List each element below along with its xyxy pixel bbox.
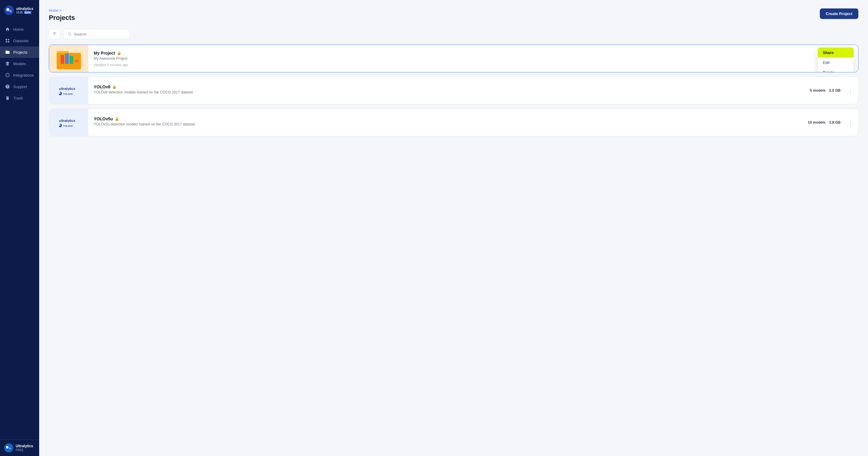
more-button-yolov8[interactable]: ⋮ — [847, 87, 855, 96]
breadcrumb-separator: > — [59, 8, 61, 13]
project-card-yolov5u[interactable]: ultralytics YOLOv5 YOLOv5u 🔒 YOLOv5u det… — [49, 109, 858, 136]
sidebar-item-datasets-label: Datasets — [13, 38, 29, 43]
search-input[interactable] — [74, 32, 125, 36]
breadcrumb-home[interactable]: Home — [49, 8, 58, 13]
card-desc-my-project: My Awesome Project — [94, 56, 820, 61]
svg-point-1 — [6, 8, 9, 11]
sidebar-item-datasets[interactable]: Datasets — [0, 35, 39, 47]
yolov8-logo: ultralytics YOLOv8 — [59, 84, 79, 96]
dropdown-delete[interactable]: Delete — [818, 67, 854, 73]
svg-point-2 — [9, 10, 12, 12]
card-title-yolov8: YOLOv8 🔒 — [94, 84, 804, 89]
trash-icon — [5, 95, 10, 101]
svg-rect-22 — [72, 60, 77, 61]
sidebar-item-integrations-label: Integrations — [13, 73, 34, 78]
svg-point-32 — [60, 125, 61, 127]
models-icon — [5, 61, 10, 66]
svg-rect-20 — [70, 56, 73, 64]
logo-sub: HUB — [16, 11, 23, 14]
svg-rect-18 — [61, 55, 64, 64]
models-count-yolov8: 5 models — [810, 88, 826, 93]
svg-text:ultralytics: ultralytics — [59, 119, 75, 122]
avatar — [4, 443, 13, 452]
logo: ultralytics HUB BETA — [0, 0, 39, 21]
folder-icon — [56, 47, 82, 70]
sidebar: ultralytics HUB BETA Home Datasets — [0, 0, 39, 456]
logo-text: ultralytics — [16, 7, 33, 11]
filter-button[interactable] — [49, 29, 60, 39]
project-card-yolov8[interactable]: ultralytics YOLOv8 YOLOv8 🔒 YOLOv8 detec… — [49, 77, 858, 104]
project-thumbnail-yolov5u: ultralytics YOLOv5 — [49, 109, 88, 136]
sidebar-item-home[interactable]: Home — [0, 24, 39, 35]
home-icon — [5, 27, 10, 32]
integrations-icon — [5, 73, 10, 78]
sidebar-item-home-label: Home — [13, 27, 24, 32]
sidebar-item-support[interactable]: Support — [0, 81, 39, 92]
share-arrow — [818, 49, 818, 56]
user-plan: FREE — [16, 449, 33, 452]
card-content-my-project: My Project 🔒 My Awesome Project Updated … — [88, 46, 826, 72]
search-bar — [63, 29, 129, 39]
dropdown-share-label: Share — [823, 50, 834, 55]
create-project-button[interactable]: Create Project — [820, 8, 858, 19]
card-meta-yolov8: 5 models 2.0 GB — [810, 88, 843, 93]
user-info[interactable]: Ultralytics FREE — [4, 443, 35, 452]
svg-rect-19 — [65, 53, 69, 64]
svg-point-9 — [9, 448, 11, 449]
card-desc-yolov8: YOLOv8 detection models trained on the C… — [94, 90, 804, 94]
sidebar-item-integrations[interactable]: Integrations — [0, 69, 39, 81]
dropdown-edit[interactable]: Edit — [818, 58, 854, 67]
svg-point-31 — [59, 124, 61, 126]
dropdown-share[interactable]: Share — [818, 48, 854, 58]
svg-rect-5 — [6, 41, 7, 42]
svg-point-13 — [68, 33, 71, 35]
sidebar-item-models-label: Models — [13, 61, 26, 66]
svg-text:YOLOv5: YOLOv5 — [63, 124, 72, 127]
dropdown-delete-label: Delete — [823, 70, 834, 73]
lock-icon-yolov5u: 🔒 — [115, 117, 119, 121]
breadcrumb: Home > — [49, 8, 75, 13]
svg-point-27 — [60, 93, 61, 95]
sidebar-item-projects-label: Projects — [13, 50, 27, 55]
main-content: Home > Projects Create Project — [39, 0, 868, 456]
card-title-my-project: My Project 🔒 — [94, 51, 820, 56]
sidebar-item-trash[interactable]: Trash — [0, 92, 39, 104]
project-thumbnail-my-project — [49, 45, 88, 72]
sidebar-item-support-label: Support — [13, 84, 27, 89]
size-yolov5u: 3.8 GB — [829, 120, 841, 124]
page-header: Home > Projects Create Project — [49, 8, 858, 22]
card-content-yolov8: YOLOv8 🔒 YOLOv8 detection models trained… — [88, 80, 810, 102]
svg-rect-6 — [8, 41, 9, 42]
card-actions-yolov5u: ⋮ — [843, 116, 858, 129]
project-card-my-project[interactable]: My Project 🔒 My Awesome Project Updated … — [49, 45, 858, 73]
more-button-yolov5u[interactable]: ⋮ — [847, 119, 855, 129]
beta-badge: BETA — [24, 11, 32, 14]
card-desc-yolov5u: YOLOv5u detection models trained on the … — [94, 122, 802, 126]
svg-rect-3 — [6, 39, 7, 40]
user-name: Ultralytics — [16, 444, 33, 448]
svg-line-14 — [70, 35, 71, 35]
svg-point-26 — [59, 92, 61, 94]
project-thumbnail-yolov8: ultralytics YOLOv8 — [49, 77, 88, 104]
sidebar-bottom: Ultralytics FREE — [0, 439, 39, 456]
dropdown-edit-label: Edit — [823, 60, 830, 65]
ultralytics-logo-icon — [4, 5, 14, 15]
projects-icon — [5, 50, 10, 55]
page-title: Projects — [49, 14, 75, 22]
svg-point-7 — [4, 443, 13, 452]
svg-point-8 — [6, 446, 8, 449]
svg-marker-23 — [818, 51, 818, 55]
sidebar-item-projects[interactable]: Projects — [0, 47, 39, 58]
yolov5-logo: ultralytics YOLOv5 — [59, 116, 79, 129]
models-count-yolov5u: 10 models — [808, 120, 826, 124]
dropdown-menu-my-project: Share Edit Delete — [818, 47, 854, 73]
toolbar — [49, 29, 858, 39]
lock-icon-yolov8: 🔒 — [112, 85, 117, 89]
card-meta-yolov5u: 10 models 3.8 GB — [808, 120, 843, 124]
datasets-icon — [5, 38, 10, 44]
card-title-yolov5u: YOLOv5u 🔒 — [94, 116, 802, 121]
sidebar-item-models[interactable]: Models — [0, 58, 39, 69]
filter-icon — [52, 32, 57, 36]
svg-text:YOLOv8: YOLOv8 — [63, 93, 72, 95]
size-yolov8: 2.0 GB — [829, 88, 841, 93]
